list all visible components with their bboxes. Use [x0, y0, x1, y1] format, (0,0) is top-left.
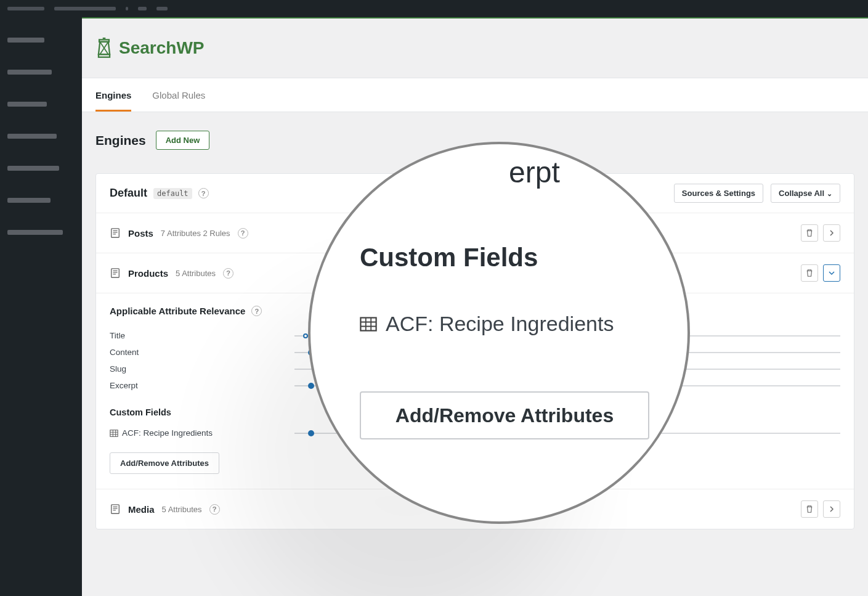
add-new-engine-button[interactable]: Add New [156, 131, 210, 150]
help-icon[interactable]: ? [238, 228, 248, 239]
source-name: Posts [128, 228, 153, 239]
attribute-label: Title [110, 331, 294, 340]
searchwp-logo: SearchWP [95, 38, 205, 59]
brand-name: SearchWP [119, 38, 205, 58]
delete-source-button[interactable] [801, 224, 818, 242]
zoom-custom-fields-heading: Custom Fields [360, 243, 644, 272]
sidebar-item[interactable] [0, 190, 82, 211]
sources-settings-button[interactable]: Sources & Settings [674, 184, 763, 203]
document-icon [110, 227, 121, 239]
source-meta: 7 Attributes 2 Rules [161, 229, 230, 238]
add-remove-attributes-button[interactable]: Add/Remove Attributes [110, 452, 219, 474]
sidebar-item[interactable] [0, 62, 82, 83]
attribute-label: Excerpt [110, 381, 294, 390]
delete-source-button[interactable] [801, 500, 818, 518]
topbar-placeholder [54, 7, 116, 10]
help-icon[interactable]: ? [251, 306, 262, 316]
topbar-placeholder [126, 7, 128, 10]
zoom-add-remove-attributes-button[interactable]: Add/Remove Attributes [360, 391, 649, 439]
table-icon [360, 317, 377, 332]
sidebar-item[interactable] [0, 158, 82, 179]
plugin-header: SearchWP [82, 18, 868, 78]
sidebar-item[interactable] [0, 94, 82, 115]
topbar-placeholder [138, 7, 147, 10]
custom-field-label: ACF: Recipe Ingredients [122, 428, 213, 438]
source-name: Products [128, 268, 168, 279]
source-name: Media [128, 504, 155, 515]
expand-source-button[interactable] [823, 224, 840, 242]
admin-sidebar [0, 17, 82, 596]
sidebar-item[interactable] [0, 126, 82, 147]
lantern-icon [95, 38, 113, 59]
zoom-callout: erpt Custom Fields ACF: Recipe Ingredien… [308, 142, 690, 524]
svg-rect-1 [112, 229, 120, 237]
svg-rect-0 [99, 54, 110, 57]
engines-title: Engines [95, 133, 146, 148]
attribute-label: Slug [110, 364, 294, 374]
tab-engines[interactable]: Engines [95, 79, 131, 112]
collapse-all-button[interactable]: Collapse All⌄ [771, 184, 840, 203]
document-icon [110, 504, 121, 515]
attribute-label: Content [110, 348, 294, 357]
trash-icon [805, 269, 814, 277]
chevron-down-icon [829, 270, 835, 276]
topbar-placeholder [156, 7, 168, 10]
svg-rect-9 [110, 430, 118, 436]
help-icon[interactable]: ? [198, 188, 209, 198]
topbar-placeholder [7, 7, 44, 10]
sidebar-item[interactable] [0, 30, 82, 51]
tab-global-rules[interactable]: Global Rules [152, 79, 205, 112]
trash-icon [805, 505, 814, 513]
table-icon [110, 429, 122, 438]
engine-name: Default [110, 187, 147, 200]
source-meta: 5 Attributes [162, 505, 202, 514]
svg-rect-18 [360, 317, 376, 330]
admin-top-bar [0, 0, 868, 17]
document-icon [110, 267, 121, 279]
zoom-custom-field-row: ACF: Recipe Ingredients [360, 312, 644, 336]
chevron-down-icon: ⌄ [827, 190, 832, 197]
sidebar-item[interactable] [0, 222, 82, 243]
trash-icon [805, 229, 814, 237]
delete-source-button[interactable] [801, 264, 818, 282]
zoom-field-label: ACF: Recipe Ingredients [386, 312, 614, 336]
chevron-right-icon [829, 230, 835, 236]
help-icon[interactable]: ? [223, 268, 233, 279]
engine-slug-tag: default [153, 188, 192, 199]
zoom-partial-text: erpt [509, 155, 560, 189]
svg-rect-14 [112, 505, 120, 513]
nav-tabs: Engines Global Rules [82, 78, 868, 112]
svg-rect-5 [112, 269, 120, 277]
help-icon[interactable]: ? [209, 504, 220, 515]
expand-source-button[interactable] [823, 500, 840, 518]
chevron-right-icon [829, 506, 835, 512]
collapse-source-button[interactable] [823, 264, 840, 282]
source-meta: 5 Attributes [176, 269, 216, 278]
